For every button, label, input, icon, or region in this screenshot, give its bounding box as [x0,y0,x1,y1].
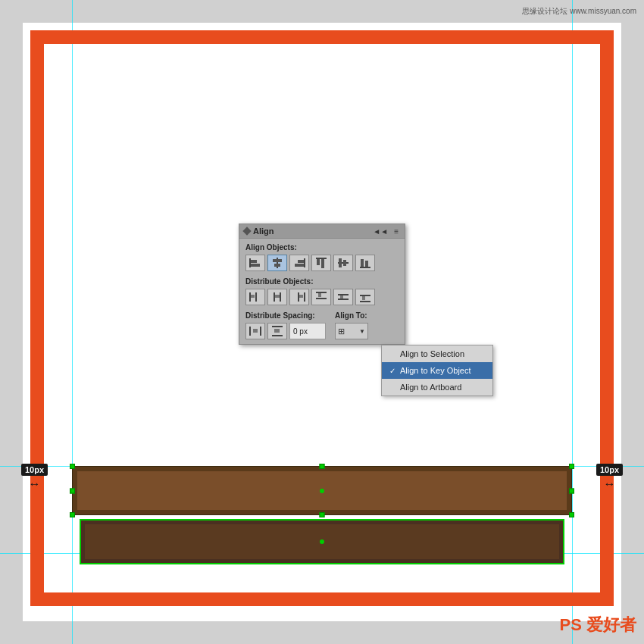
align-objects-row [245,255,399,271]
svg-rect-11 [321,259,324,268]
dark-bar-2[interactable] [80,519,564,564]
align-objects-label: Align Objects: [245,243,399,252]
bar-2-center-dot [320,539,324,544]
spacing-input[interactable] [289,323,326,339]
svg-rect-23 [275,295,280,298]
align-to-chevron: ▼ [359,328,365,335]
align-bottom-button[interactable] [355,255,375,271]
svg-rect-24 [298,292,299,302]
distribute-objects-row [245,289,399,305]
svg-rect-27 [316,292,327,293]
dropdown-item-artboard-label: Align to Artboard [400,383,461,392]
ps-logo-text: PS 爱好者 [560,615,636,634]
dropdown-item-selection[interactable]: Align to Selection [382,345,492,362]
distrib-bottom-button[interactable] [355,289,375,305]
svg-rect-34 [360,301,370,302]
svg-rect-28 [316,298,327,299]
svg-rect-4 [273,259,282,262]
svg-rect-32 [340,295,343,299]
distrib-right-button[interactable] [289,289,309,305]
svg-rect-21 [274,292,275,302]
align-to-dropdown[interactable]: ⊞ ▼ [335,323,368,339]
svg-rect-29 [318,293,321,297]
handle-br[interactable] [569,512,574,517]
align-panel: Align ◄◄ ≡ Align Objects: [239,224,405,345]
distrib-center-h-button[interactable] [267,289,287,305]
svg-rect-26 [299,295,303,298]
align-center-v-button[interactable] [333,255,353,271]
svg-rect-30 [338,294,349,295]
handle-ml[interactable] [70,488,75,493]
handle-tc[interactable] [320,464,325,469]
distribute-spacing-section: Distribute Spacing: [245,311,326,339]
ps-logo: PS 爱好者 [560,614,636,636]
handle-bl[interactable] [70,512,75,517]
dropdown-item-key-object[interactable]: ✓ Align to Key Object [382,362,492,379]
spacing-h-button[interactable] [245,323,265,339]
spacing-icon-row [245,323,326,339]
spacing-input-wrap [289,323,326,339]
svg-rect-9 [316,258,327,259]
label-10px-left-box: 10px [21,464,48,476]
check-key-object: ✓ [389,367,397,375]
align-top-button[interactable] [311,255,331,271]
panel-diamond-icon [242,227,251,235]
svg-rect-10 [317,259,320,265]
panel-body: Align Objects: [239,239,405,344]
arrow-right-icon: ↔ [603,477,615,491]
svg-rect-39 [272,326,283,327]
svg-rect-13 [339,258,342,267]
svg-rect-1 [251,260,257,263]
svg-rect-8 [295,264,304,267]
label-10px-right: 10px ↔ [596,464,623,491]
align-right-button[interactable] [289,255,309,271]
svg-rect-37 [260,327,261,336]
svg-rect-6 [304,258,305,267]
spacing-v-button[interactable] [267,323,287,339]
arrow-left-icon: ↔ [29,477,41,491]
svg-rect-22 [280,292,281,302]
align-center-h-button[interactable] [267,255,287,271]
distrib-top-button[interactable] [311,289,331,305]
handle-tl[interactable] [70,464,75,469]
svg-rect-20 [251,295,255,298]
svg-rect-31 [338,299,349,300]
dropdown-item-key-object-label: Align to Key Object [400,366,471,375]
svg-rect-36 [249,327,251,336]
handle-tr[interactable] [569,464,574,469]
handle-bc[interactable] [320,512,325,517]
panel-controls: ◄◄ ≡ [371,227,400,236]
distrib-left-button[interactable] [245,289,265,305]
svg-rect-41 [274,329,280,333]
align-to-label: Align To: [335,311,368,320]
distribute-objects-label: Distribute Objects: [245,277,399,286]
watermark-text: 思缘设计论坛 www.missyuan.com [522,6,636,17]
svg-rect-14 [343,260,346,266]
svg-rect-5 [274,264,280,267]
svg-rect-7 [298,260,304,263]
label-10px-left: 10px ↔ [21,464,48,491]
panel-title: Align [253,227,274,236]
svg-rect-25 [304,292,305,302]
svg-rect-38 [253,329,258,333]
dropdown-item-selection-label: Align to Selection [400,349,464,358]
svg-rect-35 [362,296,365,300]
panel-collapse-button[interactable]: ◄◄ [371,227,389,236]
align-to-dropdown-menu: Align to Selection ✓ Align to Key Object… [381,345,493,396]
dark-bar-2-inner [85,524,559,559]
svg-rect-2 [251,264,260,267]
panel-menu-button[interactable]: ≡ [392,227,400,236]
distribute-spacing-label: Distribute Spacing: [245,311,326,320]
svg-rect-0 [249,258,251,267]
bar1-handles [72,466,572,515]
svg-rect-16 [361,259,364,267]
svg-rect-19 [255,292,257,302]
handle-mr[interactable] [569,488,574,493]
distrib-center-v-button[interactable] [333,289,353,305]
align-left-button[interactable] [245,255,265,271]
panel-titlebar: Align ◄◄ ≡ [239,224,405,239]
svg-rect-33 [360,295,370,296]
align-to-icon: ⊞ [338,327,345,336]
svg-rect-40 [272,335,283,336]
dropdown-item-artboard[interactable]: Align to Artboard [382,379,492,395]
